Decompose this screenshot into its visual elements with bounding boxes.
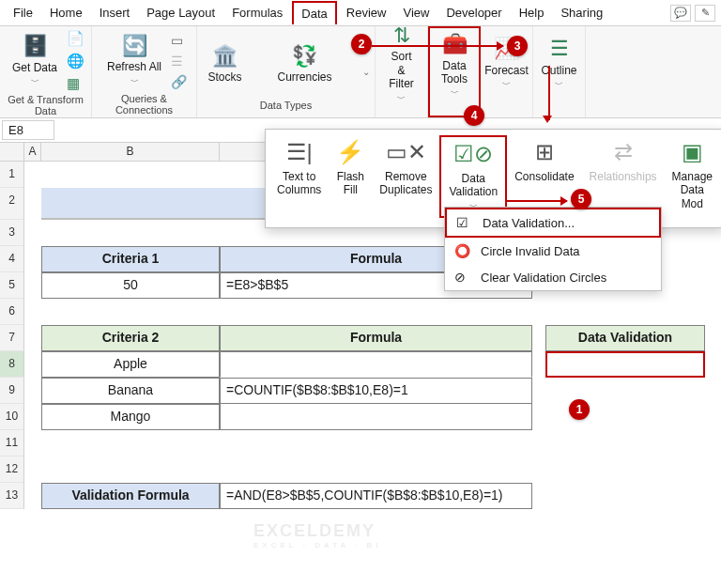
remove-duplicates-button[interactable]: ▭✕Remove Duplicates — [372, 135, 439, 218]
step-marker-5: 5 — [571, 189, 591, 209]
queries-icon[interactable]: ▭ — [171, 33, 187, 48]
comments-icon[interactable]: 💬 — [670, 5, 691, 22]
row-head[interactable]: 3 — [0, 220, 24, 246]
data-validation-menu: ☑︎Data Validation... ⭕Circle Invalid Dat… — [444, 207, 662, 291]
tab-sharing[interactable]: Sharing — [553, 2, 610, 23]
criteria2-header[interactable]: Criteria 2 — [41, 325, 220, 351]
final-header[interactable]: Validation Formula — [41, 483, 220, 509]
flash-fill-button[interactable]: ⚡Flash Fill — [329, 135, 372, 218]
currencies-button[interactable]: 💱 Currencies — [272, 42, 338, 86]
flash-fill-icon: ⚡ — [336, 139, 364, 166]
clear-circles-icon: ⊘ — [454, 270, 473, 285]
data-validation-icon: ☑︎⊘ — [453, 141, 493, 168]
edit-links-icon[interactable]: 🔗 — [171, 74, 187, 89]
col-A[interactable]: A — [24, 143, 41, 161]
tab-review[interactable]: Review — [339, 2, 394, 23]
data-validation-icon: ☑︎ — [456, 215, 475, 230]
get-data-button[interactable]: 🗄️ Get Data﹀ — [7, 32, 63, 89]
row-head[interactable]: 1 — [0, 162, 24, 188]
menu-data-validation[interactable]: ☑︎Data Validation... — [445, 208, 661, 238]
tab-file[interactable]: File — [6, 2, 40, 23]
circle-invalid-icon: ⭕ — [454, 243, 473, 258]
row-head[interactable]: 8 — [0, 351, 24, 378]
relationships-icon: ⇄ — [614, 139, 633, 166]
row-head[interactable]: 5 — [0, 272, 24, 299]
text-to-columns-button[interactable]: ☰|Text to Columns — [269, 135, 329, 218]
name-box[interactable]: E8 — [2, 120, 54, 140]
text-to-columns-icon: ☰| — [286, 139, 313, 166]
tab-help[interactable]: Help — [512, 2, 552, 23]
select-all-corner[interactable] — [0, 143, 24, 161]
data-validation-button[interactable]: ☑︎⊘Data Validation ﹀ — [439, 135, 507, 218]
criteria2-formula[interactable]: =COUNTIF($B$8:$B$10,E8)=1 — [220, 378, 532, 404]
col-B[interactable]: B — [41, 143, 220, 161]
formula-header-2[interactable]: Formula — [220, 325, 532, 351]
remove-duplicates-icon: ▭✕ — [386, 139, 426, 166]
final-formula[interactable]: =AND(E8>$B$5,COUNTIF($B$8:$B$10,E8)=1) — [220, 483, 532, 509]
tab-page-layout[interactable]: Page Layout — [139, 2, 222, 23]
tab-home[interactable]: Home — [42, 2, 90, 23]
row-head[interactable]: 10 — [0, 404, 24, 430]
criteria2-item[interactable]: Banana — [41, 378, 220, 404]
tab-view[interactable]: View — [395, 2, 437, 23]
tab-formulas[interactable]: Formulas — [224, 2, 290, 23]
row-head[interactable]: 12 — [0, 456, 24, 483]
from-table-icon[interactable]: ▦ — [67, 75, 84, 92]
stocks-button[interactable]: 🏛️ Stocks — [202, 42, 247, 86]
manage-data-model-icon: ▣ — [682, 139, 703, 166]
cell-E8[interactable] — [545, 351, 705, 378]
step-marker-1: 1 — [569, 399, 590, 420]
row-head[interactable]: 9 — [0, 378, 24, 404]
step-marker-4: 4 — [464, 105, 484, 126]
menu-clear-circles[interactable]: ⊘Clear Validation Circles — [445, 264, 661, 290]
row-head[interactable]: 2 — [0, 188, 24, 220]
arrow-2-3 — [372, 45, 503, 47]
manage-data-model-button[interactable]: ▣Manage Data Mod — [665, 135, 720, 218]
data-tools-button[interactable]: 🧰 Data Tools﹀ — [436, 30, 473, 101]
sort-filter-button[interactable]: ⇅ Sort & Filter﹀ — [381, 22, 422, 106]
row-head[interactable]: 7 — [0, 325, 24, 351]
relationships-button[interactable]: ⇄Relationships — [582, 135, 665, 218]
watermark: EXCELDEMYEXCEL · DATA · BI — [253, 521, 382, 549]
criteria2-item[interactable]: Mango — [41, 404, 220, 430]
arrow-4-5 — [507, 200, 567, 202]
group-label: Get & Transform Data — [6, 94, 85, 116]
data-types-scroll[interactable]: ˄⌄ — [362, 51, 370, 77]
consolidate-icon: ⊞ — [535, 139, 554, 166]
step-marker-2: 2 — [351, 34, 372, 54]
stocks-icon: 🏛️ — [212, 44, 238, 69]
tab-insert[interactable]: Insert — [92, 2, 138, 23]
get-data-icon: 🗄️ — [23, 34, 48, 58]
validation-header[interactable]: Data Validation — [545, 325, 705, 351]
row-head[interactable]: 11 — [0, 430, 24, 456]
row-head[interactable]: 6 — [0, 299, 24, 325]
currencies-icon: 💱 — [292, 44, 317, 69]
outline-icon: ☰ — [550, 37, 569, 61]
tab-data[interactable]: Data — [292, 1, 336, 24]
criteria1-value[interactable]: 50 — [41, 272, 220, 299]
criteria2-item[interactable]: Apple — [41, 351, 220, 378]
step-marker-3: 3 — [507, 36, 528, 56]
tab-developer[interactable]: Developer — [438, 2, 509, 23]
refresh-all-button[interactable]: 🔄 Refresh All﹀ — [101, 32, 167, 89]
group-label: Queries & Connections — [98, 93, 191, 116]
from-web-icon[interactable]: 🌐 — [67, 53, 84, 70]
menubar: File Home Insert Page Layout Formulas Da… — [0, 0, 721, 26]
outline-button[interactable]: ☰ Outline﹀ — [535, 35, 582, 92]
criteria1-header[interactable]: Criteria 1 — [41, 246, 220, 272]
row-head[interactable]: 13 — [0, 483, 24, 509]
group-label: Data Types — [260, 100, 312, 111]
from-text-icon[interactable]: 📄 — [67, 30, 84, 47]
properties-icon[interactable]: ☰ — [171, 54, 187, 69]
refresh-icon: 🔄 — [122, 34, 147, 58]
row-head[interactable]: 4 — [0, 246, 24, 272]
menu-circle-invalid[interactable]: ⭕Circle Invalid Data — [445, 238, 661, 264]
arrow-vert — [548, 66, 550, 120]
share-icon[interactable]: ✎ — [695, 5, 715, 22]
